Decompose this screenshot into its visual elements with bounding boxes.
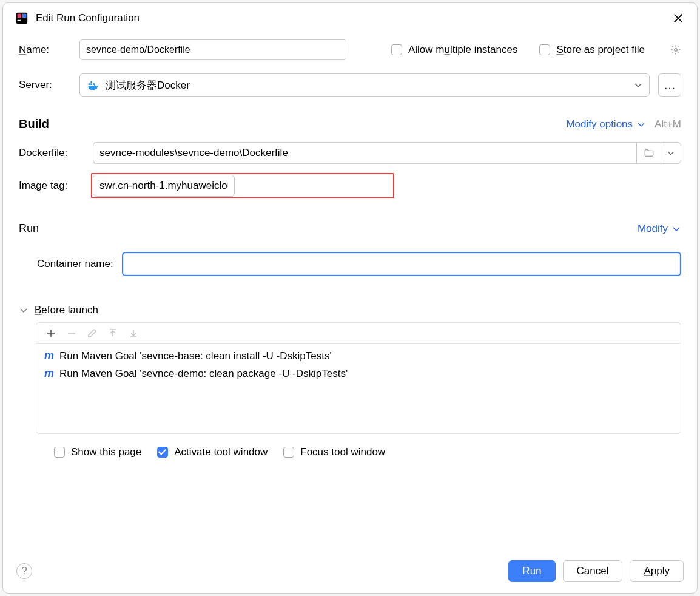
container-name-label: Container name: (37, 258, 113, 270)
chevron-down-icon (671, 224, 681, 234)
name-row: Name: Allow multiple instances Store as … (19, 39, 681, 60)
before-launch-list: m Run Maven Goal 'sevnce-base: clean ins… (36, 343, 681, 434)
list-item-label: Run Maven Goal 'sevnce-demo: clean packa… (59, 368, 348, 380)
before-launch-header[interactable]: Before launch (19, 304, 681, 316)
maven-icon: m (44, 367, 55, 380)
before-launch-section: Before launch (19, 304, 681, 458)
svg-point-4 (675, 49, 678, 52)
container-name-input[interactable] (122, 252, 681, 276)
edit-icon[interactable] (87, 328, 97, 338)
maven-icon: m (44, 350, 55, 362)
chevron-down-icon (636, 120, 646, 129)
focus-tool-checkbox[interactable]: Focus tool window (283, 446, 385, 458)
list-item[interactable]: m Run Maven Goal 'sevnce-demo: clean pac… (44, 365, 673, 382)
dialog-content: Name: Allow multiple instances Store as … (3, 31, 697, 549)
close-icon[interactable] (671, 12, 685, 25)
store-project-checkbox[interactable]: Store as project file (539, 44, 645, 56)
run-button[interactable]: Run (508, 560, 555, 582)
server-select[interactable]: 测试服务器Docker (79, 73, 650, 97)
svg-rect-1 (18, 14, 21, 18)
dockerfile-row: Dockerfile: (19, 142, 681, 164)
modify-options-link[interactable]: Modify options (566, 118, 646, 130)
dockerfile-label: Dockerfile: (19, 147, 84, 159)
browse-folder-button[interactable] (636, 142, 661, 164)
dialog-footer: ? Run Cancel Apply (3, 549, 697, 593)
titlebar: Edit Run Configuration (3, 3, 697, 31)
edit-run-config-dialog: Edit Run Configuration Name: Allow multi… (2, 2, 698, 594)
allow-multiple-checkbox[interactable]: Allow multiple instances (391, 44, 518, 56)
name-label: Name: (19, 44, 71, 56)
cancel-button[interactable]: Cancel (563, 560, 623, 582)
container-name-row: Container name: (19, 252, 681, 276)
run-section-header: Run Modify (19, 222, 681, 235)
modify-link[interactable]: Modify (638, 223, 681, 235)
dockerfile-input[interactable] (93, 142, 636, 164)
gear-icon[interactable] (670, 44, 681, 55)
build-section-header: Build Modify options Alt+M (19, 117, 681, 131)
show-this-page-checkbox[interactable]: Show this page (54, 446, 141, 458)
build-title: Build (19, 117, 49, 131)
add-icon[interactable] (46, 328, 56, 338)
move-up-icon[interactable] (108, 328, 118, 338)
modify-shortcut: Alt+M (655, 118, 681, 130)
image-tag-row: Image tag: (19, 175, 681, 197)
server-row: Server: 测试服务器Docker … (19, 73, 681, 97)
dialog-title: Edit Run Configuration (36, 12, 140, 24)
run-title: Run (19, 222, 39, 235)
apply-button[interactable]: Apply (630, 560, 684, 582)
svg-rect-2 (22, 14, 26, 18)
chevron-down-icon (633, 80, 643, 90)
image-tag-input[interactable] (93, 175, 235, 197)
intellij-icon (15, 12, 29, 25)
remove-icon[interactable] (67, 328, 76, 338)
bottom-checks: Show this page Activate tool window Focu… (54, 446, 681, 458)
docker-icon (86, 78, 99, 92)
server-more-button[interactable]: … (658, 73, 681, 97)
image-tag-label: Image tag: (19, 180, 84, 192)
chevron-down-icon (19, 305, 29, 315)
move-down-icon[interactable] (129, 328, 138, 338)
name-input[interactable] (79, 39, 346, 60)
before-launch-toolbar (36, 322, 681, 343)
activate-tool-checkbox[interactable]: Activate tool window (157, 446, 268, 458)
list-item[interactable]: m Run Maven Goal 'sevnce-base: clean ins… (44, 347, 673, 365)
svg-rect-3 (18, 20, 21, 21)
dockerfile-dropdown-button[interactable] (661, 142, 681, 164)
list-item-label: Run Maven Goal 'sevnce-base: clean insta… (59, 350, 332, 362)
server-label: Server: (19, 79, 71, 91)
server-value: 测试服务器Docker (106, 78, 627, 92)
help-icon[interactable]: ? (16, 563, 32, 579)
